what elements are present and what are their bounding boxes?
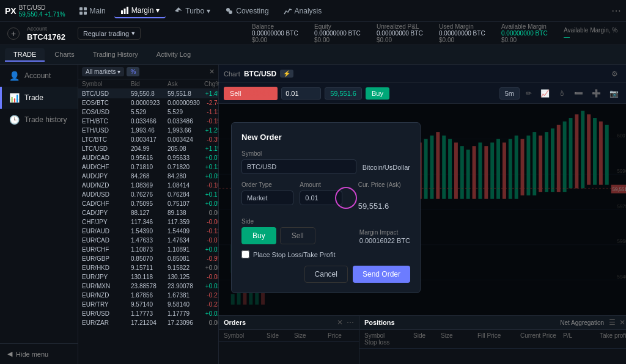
modal-side-field: Side Buy Sell xyxy=(241,218,355,244)
chart-canvas: 60074.2 59900 59750 59600 59400 xyxy=(219,104,626,315)
nav-margin[interactable]: Margin ▾ xyxy=(114,4,166,18)
symbol-row[interactable]: CAD/JPY 88.127 89.138 0.00% xyxy=(78,208,218,217)
symbol-row[interactable]: EUR/MXN 23.88578 23.90078 +0.02% xyxy=(78,282,218,291)
positions-settings[interactable]: ☰ xyxy=(609,318,616,327)
logo-price: 59,550.4 xyxy=(19,11,43,18)
positions-panel: Positions Net Aggregation ☰ ✕ ⋯ Symbol S… xyxy=(359,316,626,364)
nav-main[interactable]: Main xyxy=(73,4,112,18)
symbol-row[interactable]: EUR/CAD 1.47633 1.47634 -0.07% xyxy=(78,236,218,245)
modal-cur-price-field: Cur. Price (Ask) 59,551.6 xyxy=(358,181,410,211)
symbol-row[interactable]: AUD/CHF 0.71810 0.71820 +0.12% xyxy=(78,162,218,172)
trade-bar: Sell 59,550.6 59,551.6 Buy 5m ✏ 📈 🕯 ➖ ➕ xyxy=(219,83,626,104)
tab-trading-history[interactable]: Trading History xyxy=(84,48,147,62)
chart-settings-icon[interactable]: ⚙ xyxy=(609,68,620,79)
symbol-row[interactable]: ETH/BTC 0.033466 0.033486 -0.15% xyxy=(78,117,218,126)
arrow-left-icon: ◀ xyxy=(7,350,12,358)
tab-activity-log[interactable]: Activity Log xyxy=(148,48,199,62)
trade-amount-input[interactable] xyxy=(281,87,321,100)
symbol-row[interactable]: EUR/ZAR 17.21204 17.23096 0.00% xyxy=(78,318,218,327)
svg-rect-6 xyxy=(127,7,128,14)
orders-close[interactable]: ✕ xyxy=(337,318,343,327)
tab-charts[interactable]: Charts xyxy=(46,48,83,62)
symbol-row[interactable]: LTC/BTC 0.003417 0.003424 -0.35% xyxy=(78,135,218,144)
nav-more[interactable]: ⋯ xyxy=(611,5,621,16)
tab-trade[interactable]: TRADE xyxy=(5,48,45,62)
sell-price-button[interactable]: Sell 59,550.6 xyxy=(224,87,278,100)
sidebar-history-label: Trade history xyxy=(24,115,67,124)
positions-header: Positions Net Aggregation ☰ ✕ ⋯ xyxy=(359,316,626,330)
amount-wrapper xyxy=(300,191,352,205)
chart-type-icon[interactable]: 🕯 xyxy=(556,88,568,99)
logo-change: +1.71% xyxy=(44,11,65,18)
symbol-row[interactable]: AUD/CAD 0.95616 0.95633 +0.07% xyxy=(78,153,218,162)
symbol-row[interactable]: EUR/TRY 9.57140 9.58140 -0.23% xyxy=(78,300,218,309)
hide-menu-button[interactable]: ◀ Hide menu xyxy=(0,343,78,364)
symbol-row[interactable]: LTC/USD 204.99 205.08 +1.15% xyxy=(78,144,218,153)
symbol-input[interactable] xyxy=(241,159,356,174)
trading-mode-dropdown[interactable]: Regular trading ▾ xyxy=(78,27,141,40)
draw-icon[interactable]: ✏ xyxy=(523,88,534,99)
symbol-row[interactable]: AUD/NZD 1.08369 1.08414 -0.10% xyxy=(78,181,218,190)
tabs-row: TRADE Charts Trading History Activity Lo… xyxy=(0,45,626,65)
nav-turbo[interactable]: Turbo ▾ xyxy=(168,4,216,18)
symbol-row[interactable]: EOS/BTC 0.0000923 0.00000930 -2.74% xyxy=(78,98,218,107)
buy-price-button[interactable]: Buy xyxy=(366,87,389,100)
new-order-modal: New Order Symbol Bitcoin/UsDollar xyxy=(231,122,421,293)
modal-buy-button[interactable]: Buy xyxy=(241,227,276,244)
order-type-select[interactable]: Market Limit Stop xyxy=(241,191,293,205)
logo-symbol: BTC/USD xyxy=(19,4,46,11)
symbol-list-close[interactable]: ✕ xyxy=(209,68,215,76)
positions-close[interactable]: ✕ xyxy=(619,318,625,327)
symbol-row[interactable]: ETH/USD 1,993.46 1,993.66 +1.29% xyxy=(78,126,218,135)
symbol-row[interactable]: EUR/AUD 1.54390 1.54409 -0.12% xyxy=(78,227,218,236)
symbol-row[interactable]: EUR/NZD 1.67856 1.67381 -0.21% xyxy=(78,291,218,300)
svg-rect-2 xyxy=(79,12,83,15)
svg-rect-5 xyxy=(123,9,125,14)
avail-margin-pct-stat: Available Margin, % — xyxy=(564,27,619,40)
symbol-row[interactable]: EOS/USD 5.529 5.529 -1.13% xyxy=(78,107,218,117)
main-layout: 👤 Account 📊 Trade 🕒 Trade history ◀ Hide… xyxy=(0,65,626,364)
nav-analysis[interactable]: Analysis xyxy=(278,4,328,18)
zoom-minus-icon[interactable]: ➖ xyxy=(572,88,586,99)
middle-row: All markets ▾ % ✕ Symbol Bid Ask Chg% BT… xyxy=(78,65,626,364)
sidebar-item-account[interactable]: 👤 Account xyxy=(0,65,78,87)
symbol-row[interactable]: EUR/HKD 9.15711 9.15822 +0.00% xyxy=(78,263,218,272)
symbol-row[interactable]: EUR/USD 1.17773 1.17779 +0.02% xyxy=(78,309,218,318)
person-icon: 👤 xyxy=(9,71,20,81)
indicator-icon[interactable]: 📈 xyxy=(538,88,552,99)
market-filter-button[interactable]: All markets ▾ xyxy=(82,67,124,76)
modal-sell-button[interactable]: Sell xyxy=(280,227,315,244)
sidebar-item-trade[interactable]: 📊 Trade xyxy=(0,87,78,109)
timeframe-button[interactable]: 5m xyxy=(499,87,520,100)
send-order-button[interactable]: Send Order xyxy=(353,266,410,283)
symbol-row[interactable]: AUD/USD 0.76276 0.76284 +0.17% xyxy=(78,190,218,199)
symbol-row[interactable]: BTC/USD 59,550.8 59,551.8 +1.45% xyxy=(78,89,218,98)
modal-order-type-field: Order Type Market Limit Stop xyxy=(241,181,293,211)
zoom-plus-icon[interactable]: ➕ xyxy=(589,88,603,99)
symbol-description: Bitcoin/UsDollar xyxy=(363,164,410,171)
nav-covesting[interactable]: Covesting xyxy=(219,4,274,18)
orders-icon[interactable]: ⋯ xyxy=(347,318,354,327)
add-account-button[interactable]: + xyxy=(7,27,20,40)
symbol-list: All markets ▾ % ✕ Symbol Bid Ask Chg% BT… xyxy=(78,65,219,364)
symbol-row[interactable]: EUR/JPY 130.118 130.125 -0.08% xyxy=(78,272,218,282)
svg-rect-4 xyxy=(121,10,123,14)
sidebar-item-trade-history[interactable]: 🕒 Trade history xyxy=(0,109,78,131)
stoploss-checkbox[interactable] xyxy=(241,250,249,258)
symbol-row[interactable]: AUD/JPY 84.268 84.280 +0.05% xyxy=(78,172,218,181)
symbol-list-header: All markets ▾ % ✕ xyxy=(78,65,218,79)
avail-margin-stat: Available Margin 0.00000000 BTC $0.00 xyxy=(501,23,556,43)
stoploss-label: Place Stop Loss/Take Profit xyxy=(253,251,336,258)
pct-toggle-button[interactable]: % xyxy=(127,67,139,76)
amount-input[interactable] xyxy=(300,191,342,205)
positions-columns: Symbol Side Size Fill Price Current Pric… xyxy=(359,330,626,349)
cancel-button[interactable]: Cancel xyxy=(304,266,348,283)
mid-price-display: 59,551.6 xyxy=(325,87,362,100)
screenshot-icon[interactable]: 📷 xyxy=(607,88,621,99)
used-margin-stat: Used Margin 0.00000000 BTC $0.00 xyxy=(439,23,494,43)
symbol-row[interactable]: EUR/GBP 0.85070 0.85081 -0.95% xyxy=(78,254,218,263)
symbol-row[interactable]: CHF/JPY 117.346 117.359 -0.06% xyxy=(78,217,218,227)
symbol-row[interactable]: EUR/CHF 1.10873 1.10891 +0.01% xyxy=(78,245,218,254)
sidebar-trade-label: Trade xyxy=(24,93,43,102)
symbol-row[interactable]: CAD/CHF 0.75095 0.75107 +0.05% xyxy=(78,199,218,208)
